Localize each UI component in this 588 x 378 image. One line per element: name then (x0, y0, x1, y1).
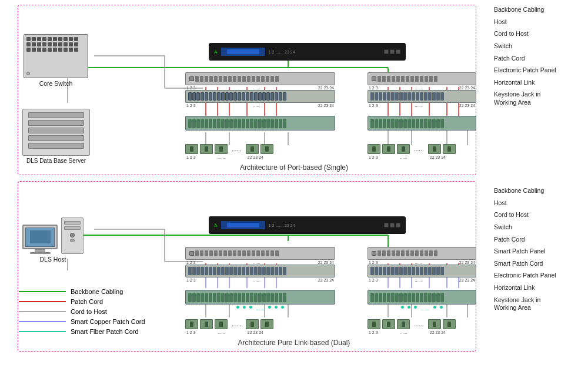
label-epatch-bottom: Electronic Patch Panel (494, 272, 585, 280)
right-labels-top: Backbone Cabling Host Cord to Host Switc… (494, 6, 585, 111)
legend-smart-copper: Smart Copper Patch Cord (19, 318, 145, 325)
dls-server-label: DLS Data Base Server (22, 158, 90, 164)
diagram-container: Core Switch DLS Data Base Server (0, 0, 588, 378)
top-arch-label: Architecture of Port-based (Single) (206, 163, 382, 172)
top-right-keystones: ...... 1 2 3......22 23 24 (368, 144, 456, 159)
top-arch-text: Architecture of Port-based (Single) (240, 163, 348, 172)
label-host-top: Host (494, 18, 585, 26)
legend-patch-line (19, 301, 66, 302)
bottom-left-keystones: ...... 1 2 3......22 23 24 (185, 319, 273, 334)
legend-backbone-label: Backbone Cabling (71, 288, 123, 295)
label-horizontal-bottom: Horizontal Link (494, 284, 585, 292)
bottom-right-switch: 1 2 3......22 23 24 (368, 247, 476, 265)
legend-fiber-line (19, 331, 66, 332)
bottom-right-keystones: ...... 1 2 3......22 23 24 (368, 319, 456, 334)
label-backbone-cabling-top: Backbone Cabling (494, 6, 585, 14)
core-switch-label: Core Switch (24, 80, 88, 87)
top-left-epatch (185, 116, 335, 131)
label-smart-cord-bottom: Smart Patch Cord (494, 260, 585, 268)
dls-host-device: DLS Host (22, 218, 83, 263)
bottom-left-smart-panel: 1 2 3......22 23 24 (185, 265, 335, 282)
dls-server-device: DLS Data Base Server (22, 109, 90, 164)
bottom-right-epatch: ...... (368, 290, 476, 312)
legend-cord-line (19, 311, 66, 312)
legend: Backbone Cabling Patch Cord Cord to Host… (19, 288, 145, 338)
label-smart-panel-bottom: Smart Patch Panel (494, 247, 585, 256)
label-switch-top: Switch (494, 42, 585, 51)
label-switch-bottom: Switch (494, 223, 585, 232)
bottom-arch-text: Architecture Pure Link-based (Dual) (238, 339, 350, 347)
label-backbone-bottom: Backbone Cabling (494, 187, 585, 195)
bottom-arch-label: Architecture Pure Link-based (Dual) (206, 339, 382, 347)
bottom-host-rack: A 1 2 ....... 23 24 (209, 216, 406, 234)
label-horizontal-top: Horizontal Link (494, 79, 585, 87)
label-keystone-top: Keystone Jack inWorking Area (494, 91, 585, 106)
label-cord-to-host-top: Cord to Host (494, 30, 585, 38)
bottom-right-smart-panel: 1 2 3......22 23 24 (368, 265, 476, 282)
top-right-epatch (368, 116, 476, 131)
legend-cord-label: Cord to Host (71, 308, 107, 315)
label-epatch-top: Electronic Patch Panel (494, 66, 585, 75)
right-labels-bottom: Backbone Cabling Host Cord to Host Switc… (494, 187, 585, 316)
legend-copper-label: Smart Copper Patch Cord (71, 318, 145, 325)
label-host-bottom: Host (494, 199, 585, 208)
bottom-left-epatch: ...... (185, 290, 335, 312)
legend-backbone-line (19, 291, 66, 292)
legend-fiber-label: Smart Fiber Patch Cord (71, 328, 139, 335)
legend-patch: Patch Cord (19, 298, 145, 305)
top-left-switch: 1 2 3......22 23 24 (185, 72, 335, 90)
top-left-keystones: ...... 1 2 3......22 23 24 (185, 144, 273, 159)
top-right-patch-panel: 1 2 3......22 23 24 (368, 90, 476, 108)
legend-cord-host: Cord to Host (19, 308, 145, 315)
top-right-switch: 1 2 3......22 23 24 (368, 72, 476, 90)
core-switch-device: Core Switch (24, 34, 88, 87)
label-cord-host-bottom: Cord to Host (494, 211, 585, 219)
top-host-rack: A 1 2 ....... 23 24 (209, 43, 406, 61)
legend-patch-label: Patch Cord (71, 298, 103, 305)
bottom-left-switch: 1 2 3......22 23 24 (185, 247, 335, 265)
label-keystone-bottom: Keystone Jack inWorking Area (494, 296, 585, 312)
legend-copper-line (19, 321, 66, 322)
legend-smart-fiber: Smart Fiber Patch Cord (19, 328, 145, 335)
dls-host-label: DLS Host (22, 256, 83, 263)
label-patch-cord-bottom: Patch Cord (494, 236, 585, 244)
legend-backbone: Backbone Cabling (19, 288, 145, 295)
top-left-patch-panel: 1 2 3......22 23 24 (185, 90, 335, 108)
label-patch-cord-top: Patch Cord (494, 55, 585, 63)
